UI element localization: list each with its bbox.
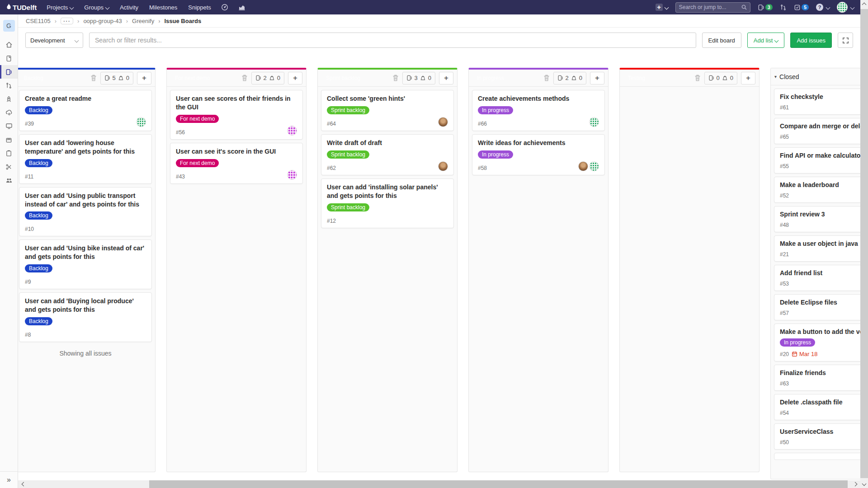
sidebar-item-members[interactable] [0,174,18,187]
issue-label[interactable]: Backlog [25,211,52,220]
scroll-right-arrow[interactable] [852,480,859,488]
merge-requests-button[interactable] [780,4,787,11]
sidebar-collapse-toggle[interactable]: » [0,471,18,488]
issue-label[interactable]: In progress [478,150,513,159]
issue-card[interactable]: Write draft of draft Sprint backlog #62 [321,134,454,175]
add-issue-to-list-button[interactable]: + [288,72,302,84]
board-switcher-dropdown[interactable]: Development [25,33,83,48]
sidebar-item-snippets[interactable] [0,160,18,174]
closed-issue-card[interactable]: Compare adn merge or delete old b #65 [774,118,860,144]
nav-snippets[interactable]: Snippets [188,4,211,11]
user-photo-avatar[interactable] [438,117,448,127]
delete-list-icon[interactable] [241,75,248,81]
closed-issue-card[interactable] [774,453,860,460]
breadcrumb-group[interactable]: CSE1105 [26,18,51,24]
add-issues-button[interactable]: Add issues [790,33,832,48]
sidebar-item-merge-requests[interactable] [0,79,18,92]
issue-label[interactable]: Backlog [25,317,52,325]
delete-list-icon[interactable] [90,75,97,81]
issue-card[interactable]: User can see it's score in the GUI For n… [170,143,303,184]
operations-dashboard-icon[interactable] [221,4,228,11]
issue-card[interactable]: User can see scores of their friends in … [170,90,303,140]
sidebar-item-operations[interactable] [0,106,18,119]
add-issue-to-list-button[interactable]: + [137,72,151,84]
new-menu-button[interactable]: + [656,4,668,11]
delete-list-icon[interactable] [392,75,399,81]
closed-issue-card[interactable]: Sprint review 3 #48 [774,206,860,232]
sidebar-item-cicd[interactable] [0,92,18,106]
closed-issue-card[interactable]: Find API or make calculator for CO2 #55 [774,147,860,174]
breadcrumb-subgroup[interactable]: oopp-group-43 [73,18,122,24]
scroll-left-arrow[interactable] [19,480,27,488]
issue-card[interactable]: User can add 'Using bike instead of car'… [19,239,152,289]
issue-card[interactable]: Collect some 'green hints' Sprint backlo… [321,90,454,131]
column-label[interactable]: Sprint backlog [321,74,365,83]
help-menu-button[interactable]: ? [816,4,830,11]
issue-label[interactable]: In progress [478,106,513,114]
add-issue-to-list-button[interactable]: + [741,72,755,84]
issue-label[interactable]: Sprint backlog [327,203,369,211]
user-menu-button[interactable] [837,2,854,13]
identicon-purple-avatar[interactable] [287,170,297,180]
issue-label[interactable]: Sprint backlog [327,150,369,159]
add-issue-to-list-button[interactable]: + [590,72,604,84]
add-list-button[interactable]: Add list [747,33,785,48]
issue-label[interactable]: Sprint backlog [327,106,369,114]
edit-board-button[interactable]: Edit board [702,33,741,48]
user-photo-avatar[interactable] [578,161,588,171]
delete-list-icon[interactable] [543,75,550,81]
issue-card[interactable]: Create a great readme Backlog #39 [19,90,152,131]
identicon-green-avatar[interactable] [589,161,599,171]
issue-label[interactable]: In progress [780,338,815,347]
breadcrumb-project[interactable]: Greenify [122,18,154,24]
sidebar-item-repository[interactable] [0,52,18,65]
nav-milestones[interactable]: Milestones [149,4,177,11]
sidebar-item-packages[interactable] [0,133,18,146]
identicon-green-avatar[interactable] [589,117,599,127]
vertical-scrollbar-thumb[interactable] [860,9,868,478]
issue-card[interactable]: User can add 'installing solar panels' a… [321,178,454,228]
closed-issue-card[interactable]: Fix checkstyle #61 [774,89,860,115]
issue-card[interactable]: User can add 'Buying local produce' and … [19,292,152,342]
global-search-input[interactable]: Search or jump to... [675,2,750,13]
horizontal-scrollbar[interactable] [18,480,860,488]
closed-issue-card[interactable]: Make a leaderboard #52 [774,177,860,203]
column-label[interactable]: Testing [623,74,650,83]
sidebar-item-overview[interactable] [0,38,18,52]
column-label[interactable]: Backlog [19,74,48,83]
sidebar-item-issues[interactable] [0,65,18,79]
fullscreen-button[interactable] [838,33,853,48]
add-issue-to-list-button[interactable]: + [439,72,453,84]
column-label[interactable]: For next demo [170,74,214,83]
closed-issue-card[interactable]: Delete .classpath file #54 [774,394,860,420]
issues-dashboard-button[interactable]: 3 [758,4,773,11]
issue-card[interactable]: Write ideas for achievements In progress… [472,134,605,175]
breadcrumb-ellipsis-button[interactable]: ··· [61,18,73,24]
user-photo-avatar[interactable] [438,161,448,171]
sidebar-item-wiki[interactable] [0,146,18,160]
closed-issue-card[interactable]: Finalize friends #63 [774,365,860,391]
todos-button[interactable]: 5 [794,4,809,11]
issue-label[interactable]: For next demo [176,115,219,123]
vertical-scrollbar[interactable] [860,0,868,488]
issue-label[interactable]: Backlog [25,264,52,272]
issue-card[interactable]: User can add 'lowering house temperature… [19,134,152,184]
identicon-green-avatar[interactable] [136,117,146,127]
delete-list-icon[interactable] [694,75,701,81]
closed-issue-card[interactable]: Make a button to add the vegetarian In p… [774,324,860,361]
nav-groups[interactable]: Groups [84,4,109,11]
issue-card[interactable]: Create achievements methods In progress … [472,90,605,131]
project-avatar[interactable]: G [3,20,15,32]
issue-label[interactable]: Backlog [25,106,52,114]
closed-issue-card[interactable]: Delete Eclipse files #57 [774,294,860,320]
nav-projects[interactable]: Projects [47,4,73,11]
issue-card[interactable]: User can add 'Using public transport ins… [19,187,152,237]
column-label[interactable]: In progress [472,74,509,83]
nav-activity[interactable]: Activity [120,4,138,11]
closed-column-title[interactable]: ▾ Closed [774,73,799,80]
tudelft-logo[interactable]: TUDelft [6,4,37,11]
issue-label[interactable]: Backlog [25,159,52,167]
closed-issue-card[interactable]: Make a user object in java #21 [774,235,860,262]
filter-issues-input[interactable] [89,33,696,48]
horizontal-scrollbar-thumb[interactable] [149,480,848,488]
